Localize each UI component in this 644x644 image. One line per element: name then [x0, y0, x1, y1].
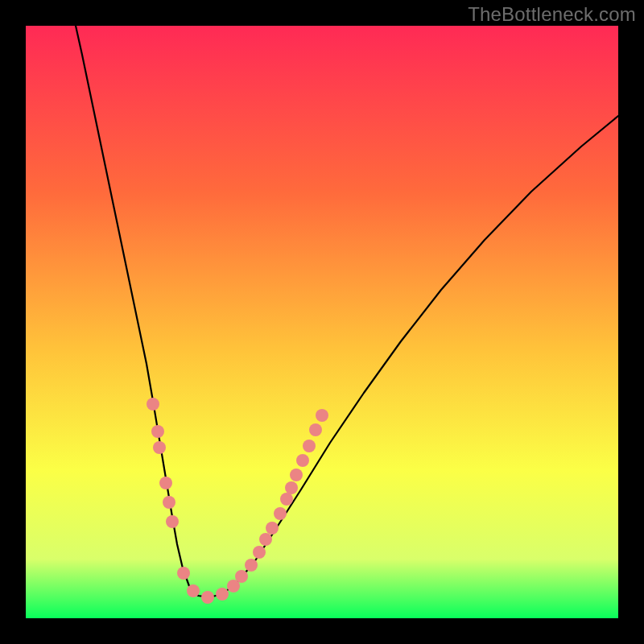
data-dot — [201, 591, 214, 604]
data-dot — [285, 481, 298, 494]
data-dot — [163, 496, 175, 509]
data-dot — [316, 409, 328, 422]
data-dot — [187, 584, 200, 597]
data-dot — [153, 441, 166, 454]
data-dot — [280, 493, 293, 506]
data-dot — [245, 559, 258, 572]
data-dot — [166, 515, 179, 528]
data-dot — [159, 477, 172, 489]
watermark-text: TheBottleneck.com — [468, 3, 636, 26]
outer-frame: TheBottleneck.com — [0, 0, 644, 644]
plot-area — [26, 26, 618, 618]
data-dot — [290, 469, 303, 481]
bottleneck-curve — [76, 26, 618, 597]
chart-svg — [26, 26, 618, 618]
data-dot — [296, 454, 309, 467]
data-dot — [253, 546, 266, 559]
data-dot — [309, 423, 322, 436]
data-dot — [303, 440, 316, 452]
data-dot — [147, 398, 159, 411]
data-dot — [177, 567, 190, 580]
data-dot — [266, 522, 279, 535]
data-dots-group — [147, 398, 328, 604]
data-dot — [235, 570, 248, 583]
data-dot — [151, 425, 164, 438]
data-dot — [259, 533, 272, 546]
data-dot — [274, 507, 287, 520]
data-dot — [216, 588, 229, 601]
